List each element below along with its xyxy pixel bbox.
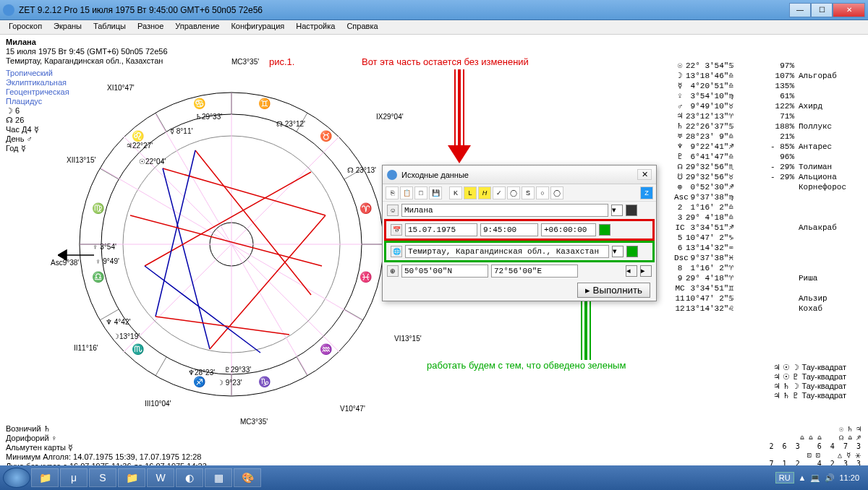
label-v: V10°47'	[340, 405, 365, 413]
date-input[interactable]	[405, 223, 477, 236]
algol: Минимум Алголя: 14.07.1975 15:39, 17.07.…	[6, 452, 207, 462]
start-button[interactable]	[3, 468, 30, 488]
tb-s[interactable]: S	[522, 186, 535, 199]
task-paint[interactable]: 🎨	[234, 468, 261, 487]
svg-line-37	[145, 172, 311, 266]
task-utorrent[interactable]: μ	[60, 468, 88, 487]
svg-marker-48	[448, 145, 471, 163]
deg-p3: ☊ 23°12'	[276, 120, 305, 128]
menu-config[interactable]: Конфигурация	[225, 20, 290, 34]
minimize-button[interactable]: —	[789, 3, 811, 17]
place-input[interactable]	[405, 245, 609, 258]
svg-text:♍: ♍	[92, 202, 105, 215]
deg-p6: ♃22°27'	[126, 142, 153, 150]
planet-row: ♂ 9°49'10"♉122%Ахирд	[674, 101, 862, 111]
tb-h[interactable]: H	[478, 186, 491, 199]
menu-horoscope[interactable]: Гороскоп	[3, 20, 48, 34]
tray-network[interactable]: 💻	[810, 473, 820, 483]
coord-next[interactable]: ▸	[640, 265, 652, 277]
tray-flag[interactable]: ▲	[799, 473, 807, 482]
tz-button[interactable]	[599, 224, 610, 236]
svg-text:♊: ♊	[258, 98, 271, 110]
planet-table: ☉22° 3'54"♋97%☽13°18'46"♎107%Альгораб☿ 4…	[674, 61, 862, 314]
aspect-grid: ☉ ♄ ♃ ♎ ♎ ♎ ☊ ♎ ♐ 2 6 3 6 4 7 3 ⊡ ⊡ △ ☿ …	[770, 425, 861, 468]
svg-line-40	[156, 150, 195, 317]
task-explorer[interactable]: 📁	[31, 468, 59, 487]
menu-tables[interactable]: Таблицы	[88, 20, 132, 34]
name-input[interactable]	[401, 204, 608, 217]
name-icon: ☺	[387, 205, 399, 216]
svg-line-34	[163, 168, 326, 215]
place-dropdown[interactable]: ▾	[612, 246, 624, 257]
deg-p4: ☊ 23°13'	[347, 166, 376, 174]
menu-screens[interactable]: Экраны	[48, 20, 88, 34]
execute-button[interactable]: ▸ Выполнить	[577, 283, 650, 298]
label-xii: XII13°15'	[67, 156, 95, 164]
menu-settings[interactable]: Настройка	[290, 20, 341, 34]
dialog-close-button[interactable]: ✕	[637, 169, 652, 180]
tz-input[interactable]	[541, 223, 596, 236]
svg-text:♓: ♓	[359, 271, 373, 283]
tb-z[interactable]: Z	[640, 186, 653, 199]
window-title: ZET 9.2.12 Pro 15 июля 1975 Вт 9:45:00 G…	[19, 5, 789, 15]
dialog-toolbar: ⎘ 📋 □ 💾 K L H ✓ ◯ S ○ ◯ Z	[383, 184, 656, 202]
task-folder2[interactable]: 📁	[118, 468, 145, 487]
tray-sound[interactable]: 🔊	[825, 473, 835, 483]
planet-row: Dsc 9°37'38"♓	[674, 253, 862, 263]
svg-text:♒: ♒	[320, 343, 333, 356]
tb-o1[interactable]: ◯	[507, 186, 520, 199]
chart-place-line: Темиртау, Карагандинская обл., Казахстан	[6, 56, 168, 66]
doryphory: Дорифорий ♀	[6, 434, 207, 443]
planet-row: Asc 9°37'38"♍	[674, 192, 862, 202]
menu-misc[interactable]: Разное	[132, 20, 169, 34]
svg-text:♎: ♎	[92, 271, 105, 283]
planet-row: ☉22° 3'54"♋97%	[674, 61, 862, 71]
rising: Возничий ♄	[6, 424, 207, 434]
tb-save[interactable]: 💾	[429, 186, 442, 199]
arrow-red-icon	[445, 69, 474, 163]
lang-indicator[interactable]: RU	[775, 472, 794, 483]
name-dropdown[interactable]: ▾	[611, 205, 623, 216]
place-map[interactable]	[626, 246, 638, 257]
tb-o3[interactable]: ◯	[550, 186, 563, 199]
planet-row: MC 3°34'51"♊	[674, 283, 862, 293]
label-ii: II11°16'	[74, 344, 98, 352]
tb-l[interactable]: L	[464, 186, 477, 199]
task-app2[interactable]: ▦	[205, 468, 232, 487]
close-button[interactable]: ✕	[833, 3, 865, 17]
task-word[interactable]: W	[147, 468, 174, 487]
tb-v[interactable]: ✓	[493, 186, 506, 199]
coord-icon: ⊕	[387, 265, 399, 277]
label-iii: III10°04'	[145, 400, 171, 408]
task-zet[interactable]: ◐	[176, 468, 203, 487]
tb-paste[interactable]: 📋	[400, 186, 413, 199]
planet-row: ♆ 9°22'41"♐- 85%Антарес	[674, 142, 862, 152]
planet-row: 329° 4'18"♎	[674, 212, 862, 223]
coord-prev[interactable]: ◂	[626, 265, 637, 277]
svg-line-20	[100, 168, 119, 179]
maximize-button[interactable]: ☐	[811, 3, 833, 17]
deg-p13: ☽ 9°23'	[217, 379, 242, 387]
planet-row: ♅28°23' 9"♎21%	[674, 132, 862, 142]
tb-copy[interactable]: ⎘	[386, 186, 399, 199]
dialog-titlebar[interactable]: Исходные данные ✕	[383, 166, 656, 184]
task-skype[interactable]: S	[89, 468, 116, 487]
app-icon	[3, 4, 14, 16]
svg-text:♐: ♐	[193, 376, 206, 388]
lat-input[interactable]	[401, 265, 488, 278]
tray-clock[interactable]: 11:20	[839, 473, 859, 482]
lon-input[interactable]	[491, 265, 578, 278]
planet-row: IC 3°34'51"♐Альакраб	[674, 223, 862, 233]
dialog-icon	[387, 170, 397, 180]
annotation-red: Вот эта часть остается без изменений	[362, 56, 529, 67]
tb-k[interactable]: K	[449, 186, 462, 199]
deg-p5: ☉22°04'	[139, 158, 166, 166]
tb-o2[interactable]: ○	[536, 186, 549, 199]
planet-row: ♇ 6°41'47"♎96%	[674, 152, 862, 162]
tb-new[interactable]: □	[414, 186, 427, 199]
menu-control[interactable]: Управление	[169, 20, 225, 34]
menu-help[interactable]: Справка	[341, 20, 383, 34]
name-menu[interactable]	[626, 205, 637, 216]
time-input[interactable]	[480, 223, 538, 236]
source-data-dialog: Исходные данные ✕ ⎘ 📋 □ 💾 K L H ✓ ◯ S ○ …	[382, 165, 657, 301]
